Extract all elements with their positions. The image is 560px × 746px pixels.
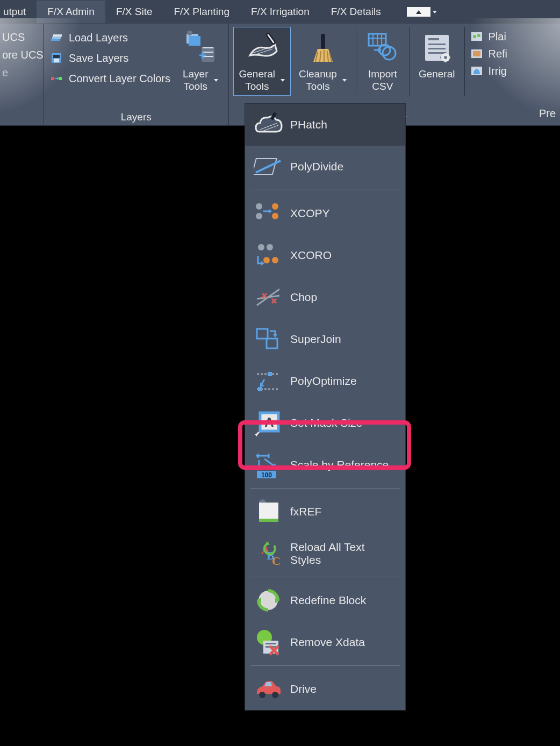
ref-icon — [469, 47, 484, 60]
layer-tools-line2: Tools — [184, 81, 207, 93]
svg-rect-19 — [428, 48, 446, 49]
svg-rect-40 — [267, 339, 277, 348]
irrig-label: Irrig — [489, 65, 507, 77]
tab-fx-planting[interactable]: F/X Planting — [163, 1, 241, 23]
ucs-unknown-item[interactable]: e — [2, 67, 39, 79]
svg-point-37 — [263, 257, 270, 263]
chop-icon — [254, 283, 283, 312]
tab-fx-site[interactable]: F/X Site — [105, 1, 163, 23]
xcoro-icon — [254, 241, 283, 270]
layer-tools-line1: Layer — [183, 68, 209, 81]
svg-rect-10 — [202, 47, 214, 62]
menu-xcopy[interactable]: XCOPY — [245, 192, 405, 234]
chevron-down-icon[interactable] — [433, 11, 437, 13]
mask-icon: A — [254, 408, 283, 437]
fxref-icon — [254, 497, 283, 526]
remove-xdata-icon — [254, 628, 283, 657]
load-layers-label: Load Layers — [69, 32, 128, 44]
menu-chop[interactable]: Chop — [245, 276, 405, 318]
menu-scale-by-reference[interactable]: 100 Scale by Reference — [245, 444, 405, 486]
svg-point-35 — [258, 244, 264, 250]
layer-tools-button[interactable]: LayerTools — [177, 27, 224, 96]
presets-panel: Plai Refi Irrig — [468, 27, 509, 96]
svg-point-24 — [473, 35, 476, 38]
svg-rect-12 — [321, 34, 325, 49]
redefine-block-icon — [254, 586, 283, 615]
ref-preset-button[interactable]: Refi — [469, 47, 508, 60]
menu-polydivide[interactable]: PolyDivide — [245, 146, 405, 188]
menu-xcoro[interactable]: XCORO — [245, 234, 405, 276]
svg-point-38 — [272, 257, 278, 263]
save-layers-button[interactable]: Save Layers — [49, 52, 170, 64]
menu-polyoptimize[interactable]: PolyOptimize — [245, 360, 405, 402]
superjoin-icon — [254, 325, 283, 354]
irrig-icon — [469, 64, 484, 77]
polyoptimize-icon — [254, 367, 283, 396]
svg-rect-7 — [59, 77, 62, 80]
svg-point-33 — [272, 203, 278, 210]
menu-set-mask-size[interactable]: A Set Mask Size — [245, 402, 405, 444]
svg-rect-27 — [473, 51, 480, 56]
menu-phatch[interactable]: PHatch — [245, 104, 405, 146]
cloud-icon — [254, 110, 283, 139]
ref-label: Refi — [489, 48, 508, 60]
general-button[interactable]: General — [413, 27, 461, 96]
svg-rect-2 — [53, 34, 62, 37]
save-layers-icon — [49, 52, 63, 64]
menu-superjoin[interactable]: SuperJoin — [245, 318, 405, 360]
svg-point-22 — [444, 56, 447, 59]
ucs-item[interactable]: UCS — [2, 31, 39, 44]
menu-fxref[interactable]: fxREF — [245, 491, 405, 533]
svg-text:100: 100 — [261, 471, 272, 479]
menu-xcopy-label: XCOPY — [290, 207, 330, 220]
svg-point-36 — [267, 244, 273, 250]
layers-panel-title: Layers — [48, 108, 224, 123]
import-csv-button[interactable]: ImportCSV — [360, 27, 406, 96]
menu-reload-text-styles[interactable]: ABC Reload All Text Styles — [245, 533, 405, 575]
restore-ucs-item[interactable]: ore UCS — [2, 49, 39, 61]
load-layers-icon — [49, 31, 63, 44]
car-icon — [254, 675, 283, 704]
presets-panel-title: Pre — [539, 107, 556, 120]
irrig-preset-button[interactable]: Irrig — [469, 64, 508, 77]
chevron-down-icon — [281, 79, 285, 82]
convert-layer-colors-button[interactable]: Convert Layer Colors — [49, 72, 170, 85]
svg-rect-5 — [54, 59, 59, 62]
menu-redefine-block-label: Redefine Block — [290, 594, 366, 607]
tab-fx-admin[interactable]: F/X Admin — [37, 1, 105, 23]
cleanup-tools-line1: Cleanup — [299, 68, 337, 81]
chevron-down-icon — [214, 79, 218, 82]
cleanup-tools-line2: Tools — [306, 81, 329, 93]
tab-output[interactable]: utput — [0, 1, 37, 23]
svg-point-25 — [477, 34, 480, 37]
import-csv-line2: CSV — [372, 81, 393, 93]
ucs-panel: UCS ore UCS e — [0, 24, 44, 125]
menu-redefine-block[interactable]: Redefine Block — [245, 579, 405, 621]
menu-remove-xdata[interactable]: Remove Xdata — [245, 621, 405, 663]
svg-point-32 — [256, 213, 262, 219]
tab-fx-irrigation[interactable]: F/X Irrigation — [240, 1, 320, 23]
general-tools-line2: Tools — [245, 81, 269, 93]
menu-separator — [250, 190, 400, 190]
expand-pill[interactable] — [407, 7, 430, 17]
plan-preset-button[interactable]: Plai — [469, 30, 508, 43]
menu-separator — [250, 665, 400, 666]
tab-fx-details[interactable]: F/X Details — [320, 1, 392, 23]
general-tools-button[interactable]: GeneralTools — [233, 27, 291, 96]
svg-rect-1 — [52, 37, 61, 39]
svg-rect-42 — [258, 387, 262, 391]
chevron-down-icon — [342, 79, 347, 82]
svg-rect-55 — [265, 643, 276, 644]
menu-polydivide-label: PolyDivide — [290, 160, 343, 173]
cleanup-tools-button[interactable]: CleanupTools — [293, 27, 353, 96]
menu-separator — [250, 577, 400, 577]
load-layers-button[interactable]: Load Layers — [49, 31, 170, 44]
tab-strip: utput F/X Admin F/X Site F/X Planting F/… — [0, 0, 560, 24]
cleanup-tools-icon — [306, 31, 340, 65]
menu-remove-xdata-label: Remove Xdata — [290, 636, 365, 649]
import-csv-icon — [365, 31, 400, 65]
menu-phatch-label: PHatch — [290, 118, 327, 131]
menu-drive[interactable]: Drive — [245, 668, 405, 710]
svg-point-58 — [272, 692, 278, 698]
svg-rect-41 — [268, 372, 272, 376]
